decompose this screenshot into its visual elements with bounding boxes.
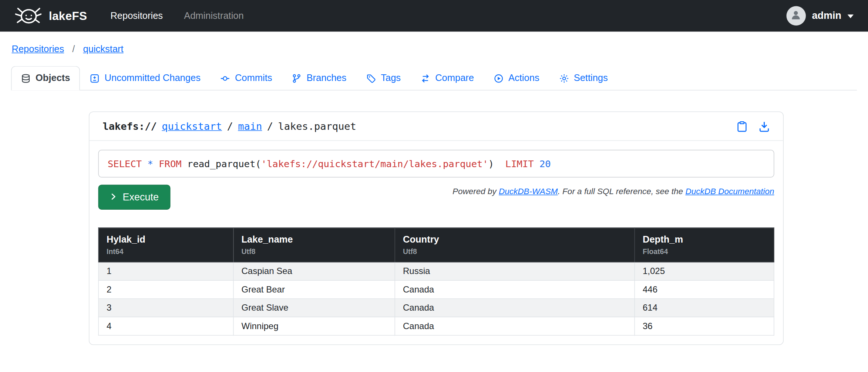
column-header-lake_name: Lake_nameUtf8 [233, 228, 395, 262]
results-body: 1Caspian SeaRussia1,0252Great BearCanada… [98, 262, 774, 335]
path-separator: / [227, 121, 233, 132]
table-cell: Canada [395, 299, 635, 317]
commit-icon [221, 74, 230, 83]
download-icon[interactable] [759, 121, 770, 132]
sql-token [494, 158, 505, 169]
tab-objects[interactable]: Objects [11, 66, 80, 91]
powered-prefix: Powered by [452, 186, 499, 196]
table-row: 3Great SlaveCanada614 [98, 299, 774, 317]
path-branch-link[interactable]: main [238, 121, 262, 132]
object-viewer-body: SELECT * FROM read_parquet('lakefs://qui… [90, 141, 783, 345]
user-name: admin [812, 10, 841, 22]
tab-label: Branches [307, 73, 347, 84]
sql-token: FROM [159, 158, 181, 169]
table-cell: 1 [98, 262, 233, 281]
tab-label: Settings [574, 73, 608, 84]
table-cell: 36 [635, 317, 774, 335]
column-header-hylak_id: Hylak_idInt64 [98, 228, 233, 262]
tab-label: Actions [508, 73, 539, 84]
chevron-right-icon [110, 192, 117, 203]
sql-token: ) [488, 158, 494, 169]
tab-compare[interactable]: Compare [411, 66, 484, 91]
nav-item-administration[interactable]: Administration [184, 10, 244, 21]
path-file: lakes.parquet [278, 121, 356, 132]
table-cell: Canada [395, 317, 635, 335]
breadcrumb-quickstart[interactable]: quickstart [83, 44, 124, 55]
sql-token [153, 158, 159, 169]
path-separator: / [267, 121, 273, 132]
table-cell: 614 [635, 299, 774, 317]
play-icon [494, 74, 504, 83]
table-row: 4WinnipegCanada36 [98, 317, 774, 335]
table-cell: 3 [98, 299, 233, 317]
tab-uncommitted-changes[interactable]: Uncommitted Changes [80, 66, 211, 91]
main-nav: Repositories Administration [110, 10, 265, 21]
sql-token [142, 158, 147, 169]
column-name: Hylak_id [107, 234, 225, 245]
column-name: Lake_name [242, 234, 387, 245]
tab-settings[interactable]: Settings [549, 66, 618, 91]
database-icon [21, 74, 31, 83]
tab-tags[interactable]: Tags [356, 66, 411, 91]
column-header-depth_m: Depth_mFloat64 [635, 228, 774, 262]
tab-label: Objects [36, 73, 70, 84]
sql-token: 'lakefs://quickstart/main/lakes.parquet' [261, 158, 488, 169]
query-meta-row: Execute Powered by DuckDB-WASM. For a fu… [98, 185, 774, 210]
copy-icon[interactable] [737, 121, 748, 132]
execute-button[interactable]: Execute [98, 185, 171, 210]
user-menu[interactable]: admin [786, 6, 854, 26]
object-path: lakefs:// quickstart / main / lakes.parq… [103, 121, 356, 132]
sql-editor[interactable]: SELECT * FROM read_parquet('lakefs://qui… [98, 150, 774, 177]
tab-label: Tags [381, 73, 401, 84]
breadcrumb-separator: / [72, 44, 75, 55]
breadcrumb: Repositories / quickstart [0, 32, 868, 55]
column-type: Utf8 [242, 247, 387, 256]
path-scheme: lakefs:// [103, 121, 157, 132]
table-cell: Winnipeg [233, 317, 395, 335]
table-cell: 446 [635, 280, 774, 299]
duckdb-wasm-link[interactable]: DuckDB-WASM [499, 186, 558, 196]
breadcrumb-repositories[interactable]: Repositories [12, 44, 64, 55]
tab-actions[interactable]: Actions [484, 66, 549, 91]
column-header-country: CountryUtf8 [395, 228, 635, 262]
branch-icon [292, 74, 302, 83]
tab-bar: ObjectsUncommitted ChangesCommitsBranche… [11, 66, 857, 91]
nav-item-repositories[interactable]: Repositories [110, 10, 163, 21]
table-cell: 2 [98, 280, 233, 299]
table-cell: Great Slave [233, 299, 395, 317]
table-cell: Great Bear [233, 280, 395, 299]
results-header-row: Hylak_idInt64Lake_nameUtf8CountryUtf8Dep… [98, 228, 774, 262]
table-row: 1Caspian SeaRussia1,025 [98, 262, 774, 281]
tag-icon [366, 74, 376, 83]
sql-token [534, 158, 539, 169]
column-type: Int64 [107, 247, 225, 256]
powered-middle: . For a full SQL reference, see the [558, 186, 686, 196]
sql-token: LIMIT [505, 158, 534, 169]
lakefs-brand[interactable]: lakeFS [14, 4, 87, 27]
user-avatar [786, 6, 806, 26]
tab-commits[interactable]: Commits [211, 66, 282, 91]
tab-branches[interactable]: Branches [282, 66, 357, 91]
tab-label: Uncommitted Changes [105, 73, 201, 84]
brand-name: lakeFS [49, 9, 87, 23]
table-cell: Canada [395, 280, 635, 299]
caret-down-icon [848, 14, 854, 18]
diff-icon [90, 74, 100, 83]
tab-label: Commits [235, 73, 272, 84]
tab-label: Compare [435, 73, 474, 84]
table-cell: 1,025 [635, 262, 774, 281]
sql-token: SELECT [108, 158, 142, 169]
results-table: Hylak_idInt64Lake_nameUtf8CountryUtf8Dep… [98, 227, 774, 336]
duckdb-docs-link[interactable]: DuckDB Documentation [685, 186, 774, 196]
object-viewer-header: lakefs:// quickstart / main / lakes.parq… [90, 112, 783, 141]
column-name: Depth_m [643, 234, 766, 245]
object-viewer-card: lakefs:// quickstart / main / lakes.parq… [89, 112, 784, 345]
column-name: Country [403, 234, 627, 245]
compare-icon [421, 74, 430, 83]
path-repo-link[interactable]: quickstart [162, 121, 222, 132]
sql-token: read_parquet( [182, 158, 261, 169]
object-actions [737, 121, 770, 132]
powered-by-note: Powered by DuckDB-WASM. For a full SQL r… [452, 186, 774, 196]
table-cell: Russia [395, 262, 635, 281]
table-row: 2Great BearCanada446 [98, 280, 774, 299]
